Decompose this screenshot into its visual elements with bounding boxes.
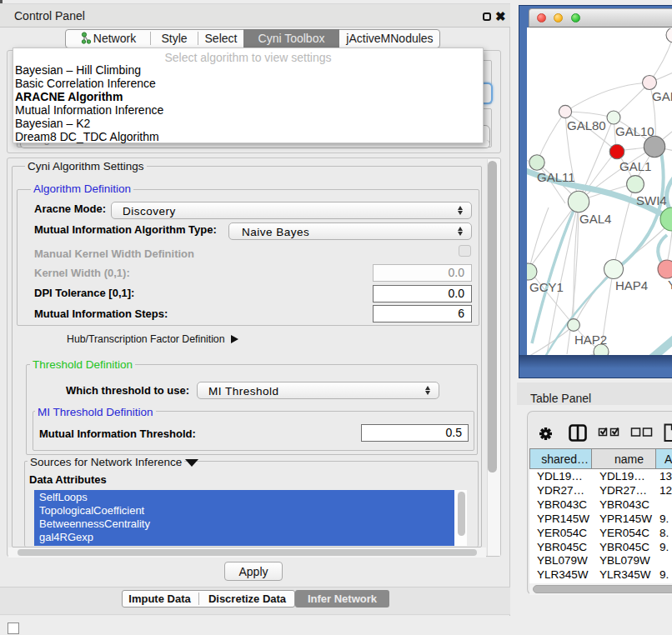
svg-text:HAP4: HAP4 — [615, 278, 648, 292]
svg-text:GCY1: GCY1 — [529, 280, 564, 294]
svg-text:GAL11: GAL11 — [537, 170, 575, 184]
svg-text:GAL1: GAL1 — [619, 159, 651, 173]
svg-text:Y: Y — [668, 278, 672, 292]
svg-text:GAL: GAL — [652, 89, 672, 103]
svg-text:GAL80: GAL80 — [567, 118, 606, 132]
svg-text:SWI4: SWI4 — [636, 193, 667, 208]
svg-text:GAL4: GAL4 — [579, 212, 611, 226]
svg-text:HAP2: HAP2 — [574, 332, 607, 347]
svg-text:GAL10: GAL10 — [615, 124, 654, 138]
